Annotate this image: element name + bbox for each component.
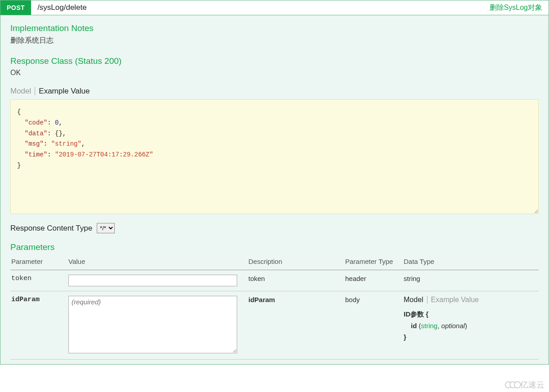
- tab-model[interactable]: Model: [10, 87, 35, 95]
- api-endpoint-panel: POST /sysLog/delete 删除SysLog对象 Implement…: [0, 0, 549, 365]
- col-description: Description: [248, 255, 344, 270]
- token-param-type: header: [344, 270, 403, 291]
- response-content-type-label: Response Content Type: [10, 224, 92, 233]
- http-method-badge: POST: [0, 0, 31, 15]
- response-tabs: ModelExample Value: [10, 87, 539, 96]
- endpoint-summary: 删除SysLog对象: [490, 3, 542, 13]
- response-content-type-row: Response Content Type */*: [10, 223, 539, 233]
- impl-notes-title: Implementation Notes: [10, 23, 539, 33]
- response-class-title: Response Class (Status 200): [10, 56, 539, 66]
- model-schema: ID参数 { id (string, optional) }: [404, 308, 536, 343]
- endpoint-header[interactable]: POST /sysLog/delete 删除SysLog对象: [0, 0, 549, 15]
- dt-tab-example[interactable]: Example Value: [428, 296, 479, 303]
- token-description: token: [248, 270, 344, 291]
- params-header-row: Parameter Value Description Parameter Ty…: [10, 255, 539, 270]
- example-value-box[interactable]: { "code": 0, "data": {}, "msg": "string"…: [10, 99, 539, 214]
- endpoint-body: Implementation Notes 删除系统日志 Response Cla…: [0, 15, 549, 364]
- idparam-textarea[interactable]: [68, 296, 237, 353]
- dt-tab-model[interactable]: Model: [404, 296, 428, 303]
- impl-notes-text: 删除系统日志: [10, 36, 539, 45]
- idparam-description: idParam: [248, 291, 344, 360]
- param-name-token: token: [10, 270, 68, 291]
- idparam-data-type-cell: ModelExample Value ID参数 { id (string, op…: [403, 291, 539, 360]
- parameters-table: Parameter Value Description Parameter Ty…: [10, 255, 539, 360]
- param-name-idparam: idParam: [10, 291, 68, 360]
- idparam-param-type: body: [344, 291, 403, 360]
- response-status-text: OK: [10, 69, 539, 77]
- col-value: Value: [68, 255, 248, 270]
- content-type-select[interactable]: */*: [97, 223, 115, 233]
- param-row-token: token token header string: [10, 270, 539, 291]
- token-data-type: string: [403, 270, 539, 291]
- col-param-type: Parameter Type: [344, 255, 403, 270]
- tab-example-value[interactable]: Example Value: [35, 87, 90, 95]
- col-data-type: Data Type: [403, 255, 539, 270]
- endpoint-path: /sysLog/delete: [31, 3, 87, 12]
- parameters-title: Parameters: [10, 242, 539, 252]
- param-row-idparam: idParam idParam body ModelExample Value …: [10, 291, 539, 360]
- col-parameter: Parameter: [10, 255, 68, 270]
- token-input[interactable]: [68, 275, 237, 286]
